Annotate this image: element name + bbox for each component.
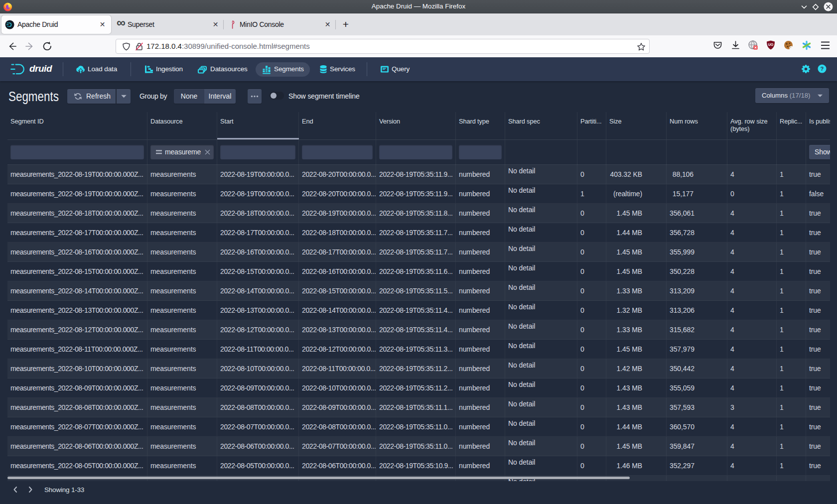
svg-text:UO: UO [768,43,774,46]
svg-text:?: ? [821,66,824,72]
